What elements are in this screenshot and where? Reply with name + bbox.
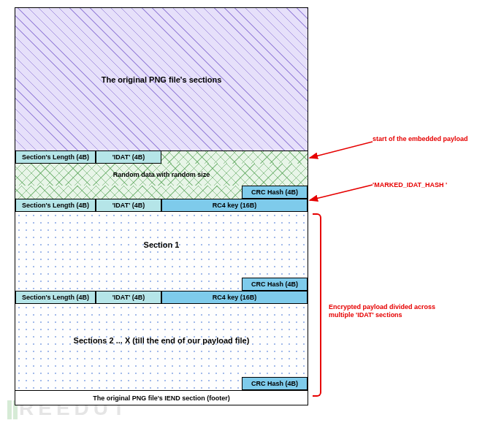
crc-hash-marked-cell: CRC Hash (4B) <box>242 186 308 199</box>
idat-cell-3: 'IDAT' (4B) <box>96 291 161 304</box>
arrow-start-payload <box>310 142 373 158</box>
footer-label: The original PNG file's IEND section (fo… <box>15 391 308 405</box>
annotation-start-payload: start of the embedded payload <box>373 135 475 143</box>
crc-row-2: CRC Hash (4B) <box>15 377 308 390</box>
crc-row-1: CRC Hash (4B) <box>15 278 308 291</box>
idat-header-row-3: Section's Length (4B) 'IDAT' (4B) RC4 ke… <box>15 291 308 304</box>
random-data-block: Random data with random size <box>15 164 308 186</box>
sections-rest-block: Sections 2 ... X (till the end of our pa… <box>15 304 308 377</box>
sections-rest-label: Sections 2 ... X (till the end of our pa… <box>15 304 308 377</box>
green-filler-2 <box>15 186 242 199</box>
idat-cell: 'IDAT' (4B) <box>96 150 161 164</box>
idat-cell-2: 'IDAT' (4B) <box>96 199 161 212</box>
section-1-label: Section 1 <box>15 212 308 278</box>
original-png-label: The original PNG file's sections <box>15 8 308 150</box>
rc4-key-cell: RC4 key (16B) <box>161 199 308 212</box>
random-data-label: Random data with random size <box>15 164 308 186</box>
crc-hash-cell-1: CRC Hash (4B) <box>242 278 308 291</box>
dots-filler-1 <box>15 278 242 291</box>
dots-filler-2 <box>15 377 242 390</box>
section-length-cell-3: Section's Length (4B) <box>15 291 96 304</box>
section-length-cell-2: Section's Length (4B) <box>15 199 96 212</box>
green-filler-1 <box>161 150 308 164</box>
encrypted-bracket <box>313 213 321 397</box>
annotation-marked-hash: 'MARKED_IDAT_HASH ' <box>373 181 482 189</box>
annotation-encrypted-note: Encrypted payload divided across multipl… <box>329 303 446 319</box>
footer-block: The original PNG file's IEND section (fo… <box>15 390 308 405</box>
png-structure-diagram: The original PNG file's sections Section… <box>15 7 308 405</box>
idat-header-row-1: Section's Length (4B) 'IDAT' (4B) <box>15 150 308 164</box>
rc4-key-cell-2: RC4 key (16B) <box>161 291 308 304</box>
idat-header-row-2: Section's Length (4B) 'IDAT' (4B) RC4 ke… <box>15 199 308 212</box>
arrow-marked-hash <box>310 185 373 200</box>
crc-marked-row: CRC Hash (4B) <box>15 186 308 199</box>
crc-hash-cell-2: CRC Hash (4B) <box>242 377 308 390</box>
section-length-cell: Section's Length (4B) <box>15 150 96 164</box>
section-1-block: Section 1 <box>15 212 308 278</box>
original-png-block: The original PNG file's sections <box>15 8 308 150</box>
